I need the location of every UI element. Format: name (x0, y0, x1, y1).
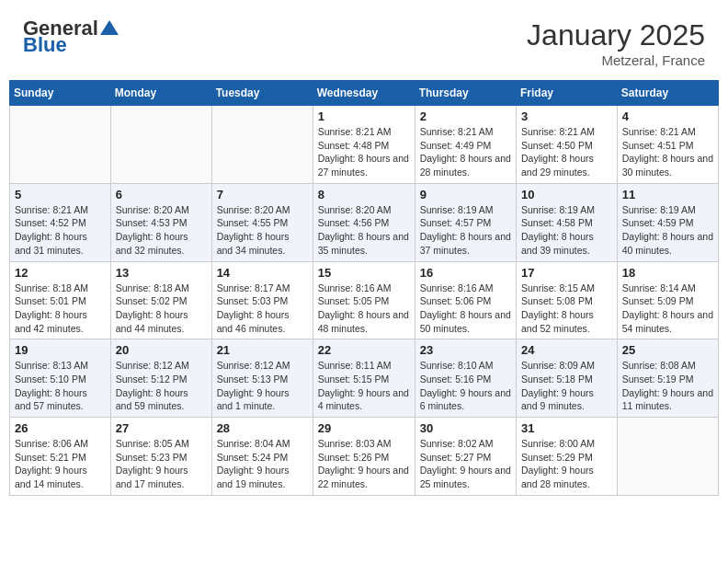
calendar-day-cell: 27Sunrise: 8:05 AM Sunset: 5:23 PM Dayli… (110, 418, 211, 496)
calendar-day-cell (617, 418, 718, 496)
day-number: 31 (521, 421, 612, 435)
calendar-day-cell: 11Sunrise: 8:19 AM Sunset: 4:59 PM Dayli… (617, 183, 718, 261)
day-number: 24 (521, 343, 612, 357)
day-info: Sunrise: 8:16 AM Sunset: 5:05 PM Dayligh… (318, 282, 410, 336)
day-info: Sunrise: 8:12 AM Sunset: 5:12 PM Dayligh… (116, 359, 207, 413)
calendar-day-cell: 5Sunrise: 8:21 AM Sunset: 4:52 PM Daylig… (10, 183, 111, 261)
day-info: Sunrise: 8:19 AM Sunset: 4:58 PM Dayligh… (521, 203, 612, 258)
day-number: 21 (217, 343, 308, 357)
logo-blue: Blue (23, 35, 67, 55)
weekday-header: Wednesday (313, 81, 415, 106)
calendar-week-row: 26Sunrise: 8:06 AM Sunset: 5:21 PM Dayli… (10, 418, 719, 496)
calendar-day-cell: 21Sunrise: 8:12 AM Sunset: 5:13 PM Dayli… (211, 339, 313, 418)
location: Metzeral, France (527, 52, 705, 68)
calendar-day-cell: 20Sunrise: 8:12 AM Sunset: 5:12 PM Dayli… (110, 339, 211, 418)
day-info: Sunrise: 8:21 AM Sunset: 4:52 PM Dayligh… (15, 203, 106, 258)
calendar-day-cell (110, 106, 211, 184)
day-info: Sunrise: 8:06 AM Sunset: 5:21 PM Dayligh… (15, 437, 106, 491)
day-number: 17 (521, 266, 612, 280)
calendar-day-cell: 16Sunrise: 8:16 AM Sunset: 5:06 PM Dayli… (415, 261, 516, 339)
day-info: Sunrise: 8:21 AM Sunset: 4:49 PM Dayligh… (420, 125, 511, 179)
day-number: 13 (116, 266, 207, 280)
calendar-day-cell (10, 106, 111, 184)
calendar-week-row: 12Sunrise: 8:18 AM Sunset: 5:01 PM Dayli… (10, 261, 719, 339)
calendar-day-cell: 26Sunrise: 8:06 AM Sunset: 5:21 PM Dayli… (10, 418, 111, 496)
calendar-day-cell: 12Sunrise: 8:18 AM Sunset: 5:01 PM Dayli… (10, 261, 111, 339)
calendar-day-cell (211, 106, 313, 184)
logo: General Blue (23, 18, 119, 55)
weekday-header: Friday (517, 81, 618, 106)
day-info: Sunrise: 8:19 AM Sunset: 4:57 PM Dayligh… (420, 203, 511, 258)
day-number: 29 (318, 421, 410, 435)
weekday-header: Tuesday (211, 81, 313, 106)
calendar-day-cell: 14Sunrise: 8:17 AM Sunset: 5:03 PM Dayli… (211, 261, 313, 339)
day-number: 3 (521, 109, 612, 123)
calendar-day-cell: 18Sunrise: 8:14 AM Sunset: 5:09 PM Dayli… (617, 261, 718, 339)
day-number: 28 (217, 421, 308, 435)
weekday-header: Thursday (415, 81, 516, 106)
day-number: 9 (420, 188, 511, 201)
day-number: 23 (420, 343, 511, 357)
day-number: 15 (318, 266, 410, 280)
page-header: General Blue January 2025 Metzeral, Fran… (9, 9, 719, 73)
day-info: Sunrise: 8:12 AM Sunset: 5:13 PM Dayligh… (217, 359, 308, 413)
day-number: 19 (15, 343, 106, 357)
day-number: 5 (15, 188, 106, 201)
day-info: Sunrise: 8:14 AM Sunset: 5:09 PM Dayligh… (622, 282, 713, 336)
day-info: Sunrise: 8:18 AM Sunset: 5:01 PM Dayligh… (15, 282, 106, 336)
day-info: Sunrise: 8:11 AM Sunset: 5:15 PM Dayligh… (318, 359, 410, 413)
day-info: Sunrise: 8:15 AM Sunset: 5:08 PM Dayligh… (521, 282, 612, 336)
day-number: 25 (622, 343, 713, 357)
day-number: 27 (116, 421, 207, 435)
calendar-header-row: SundayMondayTuesdayWednesdayThursdayFrid… (10, 81, 719, 106)
day-info: Sunrise: 8:16 AM Sunset: 5:06 PM Dayligh… (420, 282, 511, 336)
calendar-day-cell: 28Sunrise: 8:04 AM Sunset: 5:24 PM Dayli… (211, 418, 313, 496)
calendar-day-cell: 17Sunrise: 8:15 AM Sunset: 5:08 PM Dayli… (517, 261, 618, 339)
day-number: 26 (15, 421, 106, 435)
day-info: Sunrise: 8:10 AM Sunset: 5:16 PM Dayligh… (420, 359, 511, 413)
calendar-day-cell: 31Sunrise: 8:00 AM Sunset: 5:29 PM Dayli… (517, 418, 618, 496)
day-info: Sunrise: 8:20 AM Sunset: 4:55 PM Dayligh… (217, 203, 308, 258)
day-number: 7 (217, 188, 308, 201)
calendar-day-cell: 30Sunrise: 8:02 AM Sunset: 5:27 PM Dayli… (415, 418, 516, 496)
calendar-day-cell: 10Sunrise: 8:19 AM Sunset: 4:58 PM Dayli… (517, 183, 618, 261)
day-number: 11 (622, 188, 713, 201)
day-number: 10 (521, 188, 612, 201)
calendar-day-cell: 23Sunrise: 8:10 AM Sunset: 5:16 PM Dayli… (415, 339, 516, 418)
weekday-header: Monday (110, 81, 211, 106)
day-number: 4 (622, 109, 713, 123)
day-info: Sunrise: 8:00 AM Sunset: 5:29 PM Dayligh… (521, 437, 612, 491)
day-info: Sunrise: 8:21 AM Sunset: 4:48 PM Dayligh… (318, 125, 410, 179)
calendar-day-cell: 24Sunrise: 8:09 AM Sunset: 5:18 PM Dayli… (517, 339, 618, 418)
calendar-day-cell: 15Sunrise: 8:16 AM Sunset: 5:05 PM Dayli… (313, 261, 415, 339)
day-number: 8 (318, 188, 410, 201)
day-info: Sunrise: 8:19 AM Sunset: 4:59 PM Dayligh… (622, 203, 713, 258)
calendar-week-row: 19Sunrise: 8:13 AM Sunset: 5:10 PM Dayli… (10, 339, 719, 418)
day-number: 20 (116, 343, 207, 357)
calendar-table: SundayMondayTuesdayWednesdayThursdayFrid… (9, 80, 719, 496)
calendar-day-cell: 1Sunrise: 8:21 AM Sunset: 4:48 PM Daylig… (313, 106, 415, 184)
day-info: Sunrise: 8:03 AM Sunset: 5:26 PM Dayligh… (318, 437, 410, 491)
day-number: 18 (622, 266, 713, 280)
day-number: 2 (420, 109, 511, 123)
logo-icon (100, 20, 119, 35)
calendar-day-cell: 22Sunrise: 8:11 AM Sunset: 5:15 PM Dayli… (313, 339, 415, 418)
day-info: Sunrise: 8:02 AM Sunset: 5:27 PM Dayligh… (420, 437, 511, 491)
calendar-day-cell: 9Sunrise: 8:19 AM Sunset: 4:57 PM Daylig… (415, 183, 516, 261)
day-info: Sunrise: 8:04 AM Sunset: 5:24 PM Dayligh… (217, 437, 308, 491)
calendar-day-cell: 2Sunrise: 8:21 AM Sunset: 4:49 PM Daylig… (415, 106, 516, 184)
day-number: 30 (420, 421, 511, 435)
day-info: Sunrise: 8:09 AM Sunset: 5:18 PM Dayligh… (521, 359, 612, 413)
month-title: January 2025 (527, 18, 705, 52)
weekday-header: Sunday (10, 81, 111, 106)
title-block: January 2025 Metzeral, France (527, 18, 705, 68)
day-number: 12 (15, 266, 106, 280)
day-number: 14 (217, 266, 308, 280)
calendar-day-cell: 3Sunrise: 8:21 AM Sunset: 4:50 PM Daylig… (517, 106, 618, 184)
day-info: Sunrise: 8:20 AM Sunset: 4:56 PM Dayligh… (318, 203, 410, 258)
day-number: 22 (318, 343, 410, 357)
day-info: Sunrise: 8:18 AM Sunset: 5:02 PM Dayligh… (116, 282, 207, 336)
day-info: Sunrise: 8:08 AM Sunset: 5:19 PM Dayligh… (622, 359, 713, 413)
day-info: Sunrise: 8:21 AM Sunset: 4:51 PM Dayligh… (622, 125, 713, 179)
calendar-day-cell: 29Sunrise: 8:03 AM Sunset: 5:26 PM Dayli… (313, 418, 415, 496)
